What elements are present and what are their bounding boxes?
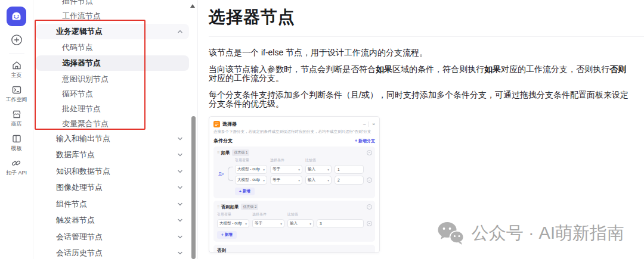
else-label: 否则 [217,248,226,253]
nav-item-label: 知识和数据节点 [56,166,110,177]
and-or-select: 且▾ [218,171,224,177]
title-divider [209,36,644,37]
nav-item-batch-node[interactable]: 批处理节点 [36,101,189,117]
nav-group-input-output-nodes[interactable]: 输入和输出节点 [36,131,189,146]
remove-branch-icon [367,150,372,155]
chevron-down-icon [177,185,183,191]
else-if-card-header: ⠿ 否则如果 优先级 2 [217,204,372,210]
nav-group-component-nodes[interactable]: 组件节点 [36,196,189,212]
input-type-select: 输入▾ [287,219,314,228]
nav-item-label: 数据库节点 [56,149,95,160]
drag-handle-icon: ⠿ [217,205,219,209]
chevron-down-icon [177,168,183,174]
condition-row: 大模型 - outp▾ 等于▾ 输入▾ 2 [235,176,372,185]
nav-item-label: 会话历史节点 [56,248,103,258]
condition-branch-title: 条件分支 [213,138,355,144]
watermark-text: 公众号 · AI萌新指南 [472,221,624,245]
rail-item-label: 工作空间 [6,96,27,102]
nav-group-session-management-nodes[interactable]: 会话管理节点 [36,229,189,245]
paragraph-3: 每个分支条件支持添加多个判断条件（且/或），同时支持添加多个条件分支，可通过拖拽… [209,91,634,108]
nav-item-label: 业务逻辑节点 [56,26,103,37]
condition-branch-header: 条件分支 + 新增分支 [213,138,375,144]
nav-scrollbar-thumb[interactable] [191,116,196,259]
watermark: 公众号 · AI萌新指南 [437,221,624,245]
nav-item-label: 变量聚合节点 [62,118,109,129]
nav-item-label: 图像处理节点 [56,182,103,193]
selector-node-screenshot: 选择器 – × 连接多个下游分支，若设定的条件成立则仅运行对应的分支，若均不成立… [209,116,380,253]
create-button[interactable] [10,33,23,46]
nav-item-variable-aggregation-node[interactable]: 变量聚合节点 [36,116,189,132]
chevron-down-icon [177,250,183,256]
if-card-header: ⠿ 如果 优先级 1 [217,149,372,156]
comparison-value-input: 1 [335,165,364,174]
nav-group-database-nodes[interactable]: 数据库节点 [36,147,189,163]
field-labels: 引用变量选择条件比较值 [217,158,372,163]
remove-branch-icon [367,204,372,210]
nav-group-session-history-nodes[interactable]: 会话历史节点 [36,245,189,259]
nav-item-intent-recognition-node[interactable]: 意图识别节点 [36,71,189,87]
scroll-up-arrow[interactable] [190,4,195,8]
docs-nav-list: 插件节点 工作流节点 业务逻辑节点 代码节点 选择器节点 意图识别节点 循环节点… [33,0,197,259]
nav-item-code-node[interactable]: 代码节点 [36,40,189,55]
nav-group-business-logic-nodes[interactable]: 业务逻辑节点 [36,24,189,39]
rail-item-home[interactable]: 主页 [11,60,22,78]
remove-condition-icon [367,221,372,226]
condition-row: 大模型 - outp▾ 等于▾ 输入▾ 1 [235,165,372,174]
condition-brace [228,167,233,181]
panel-description: 连接多个下游分支，若设定的条件成立则仅运行对应的分支，若均不成立则只运行“否则”… [213,129,375,135]
input-type-select: 输入▾ [305,165,332,174]
else-branch-card: 否则 [213,245,375,253]
variable-select: 大模型 - outp▾ [217,219,249,228]
paragraph-2: 当向该节点输入参数时，节点会判断是否符合如果区域的条件，符合则执行如果对应的工作… [209,65,634,83]
nav-item-loop-node[interactable]: 循环节点 [36,86,189,102]
plus-icon: + [239,189,242,194]
chevron-up-icon [177,29,183,35]
rail-item-workspace[interactable]: 工作空间 [6,85,27,102]
panel-header: 选择器 – × [213,120,375,127]
plus-circle-icon [10,33,23,46]
nav-item-selector-node[interactable]: 选择器节点 [36,55,189,71]
remove-condition-icon [367,177,372,183]
doc-body: 该节点是一个 if-else 节点，用于设计工作流内的分支流程。 当向该节点输入… [209,48,634,108]
condition-select: 等于▾ [270,165,302,174]
nav-item-label: 循环节点 [62,89,93,99]
else-if-card-title: 否则如果 [221,204,239,210]
comparison-value-input: 2 [335,176,364,185]
app-rail: 主页 工作空间 商店 模板 扣子 API [0,0,33,259]
rail-item-coze-api[interactable]: 扣子 API [6,158,27,176]
selector-node-icon [213,121,220,127]
home-icon [11,60,22,71]
api-link-icon [11,158,21,168]
nav-item-plugin-node[interactable]: 插件节点 [36,0,189,9]
condition-row: 大模型 - outp▾ 等于▾ 输入▾ 3 [217,219,372,228]
nav-group-trigger-nodes[interactable]: 触发器节点 [36,213,189,228]
rail-item-label: 扣子 API [6,170,27,176]
nav-item-label: 工作流节点 [62,11,101,21]
add-branch-button: + 新增分支 [355,138,375,144]
paragraph-1: 该节点是一个 if-else 节点，用于设计工作流内的分支流程。 [209,48,634,57]
nav-item-label: 意图识别节点 [62,74,109,85]
chevron-down-icon [177,201,183,207]
rail-item-store[interactable]: 商店 [11,109,22,127]
if-card-title: 如果 [221,150,230,156]
panel-title: 选择器 [222,121,360,127]
coze-logo[interactable] [7,7,26,26]
condition-select: 等于▾ [252,219,284,228]
rail-item-label: 主页 [11,72,22,78]
minimize-icon: – [360,121,369,127]
nav-item-workflow-node[interactable]: 工作流节点 [36,8,189,24]
nav-group-knowledge-data-nodes[interactable]: 知识和数据节点 [36,164,189,179]
nav-group-image-processing-nodes[interactable]: 图像处理节点 [36,180,189,195]
if-branch-card: ⠿ 如果 优先级 1 引用变量选择条件比较值 且▾ 大模型 - outp▾ 等于… [213,146,375,198]
nav-item-label: 批处理节点 [62,104,101,114]
rail-item-template[interactable]: 模板 [11,133,22,151]
field-labels: 引用变量选择条件比较值 [217,212,372,217]
nav-item-label: 组件节点 [56,199,87,210]
priority-badge: 优先级 1 [232,149,249,156]
rail-divider [9,54,24,54]
chevron-down-icon [177,136,183,142]
wechat-icon [437,221,465,245]
nav-item-label: 选择器节点 [62,58,101,68]
variable-select: 大模型 - outp▾ [235,176,267,185]
doc-content: 选择器节点 该节点是一个 if-else 节点，用于设计工作流内的分支流程。 当… [199,0,644,259]
